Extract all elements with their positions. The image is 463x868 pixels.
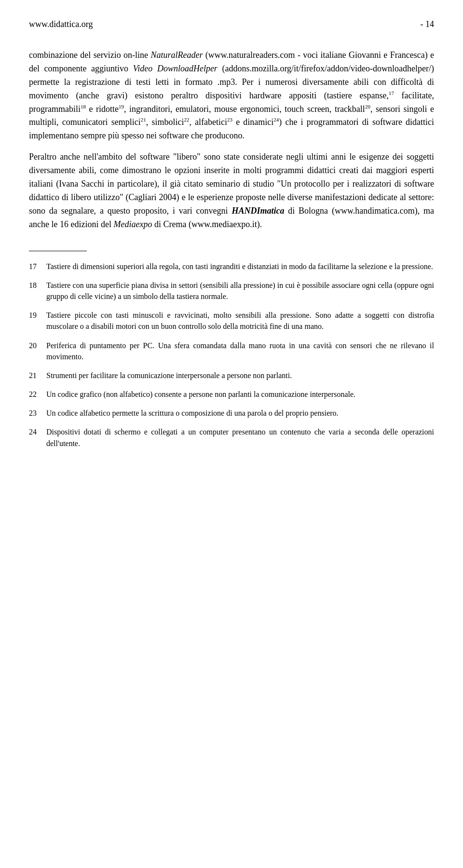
superscript-23: 23 (227, 117, 232, 122)
main-content: combinazione del servizio on-line Natura… (29, 49, 434, 231)
footnote-number-24: 24 (29, 426, 46, 437)
footnote-item-19: 19 Tastiere piccole con tasti minuscoli … (29, 310, 434, 332)
footnote-number-18: 18 (29, 280, 46, 291)
footnote-item-20: 20 Periferica di puntamento per PC. Una … (29, 340, 434, 362)
footnote-item-23: 23 Un codice alfabetico permette la scri… (29, 407, 434, 419)
footnote-text-23: Un codice alfabetico permette la scrittu… (46, 407, 434, 419)
footnotes-section: 17 Tastiere di dimensioni superiori alla… (29, 261, 434, 449)
paragraph-2: Peraltro anche nell'ambito del software … (29, 150, 434, 231)
superscript-21: 21 (141, 117, 146, 122)
footnote-text-19: Tastiere piccole con tasti minuscoli e r… (46, 310, 434, 332)
footnote-divider (29, 251, 87, 251)
footnote-text-20: Periferica di puntamento per PC. Una sfe… (46, 340, 434, 362)
footnote-item-22: 22 Un codice grafico (non alfabetico) co… (29, 389, 434, 400)
superscript-22: 22 (184, 117, 189, 122)
superscript-19: 19 (119, 104, 124, 109)
footnote-text-22: Un codice grafico (non alfabetico) conse… (46, 389, 434, 400)
footnote-item-21: 21 Strumenti per facilitare la comunicaz… (29, 370, 434, 381)
superscript-18: 18 (81, 104, 86, 109)
footnote-number-23: 23 (29, 407, 46, 419)
superscript-17: 17 (389, 90, 394, 96)
footnote-number-19: 19 (29, 310, 46, 321)
footnote-number-21: 21 (29, 370, 46, 381)
footnote-text-17: Tastiere di dimensioni superiori alla re… (46, 261, 434, 272)
footnote-text-21: Strumenti per facilitare la comunicazion… (46, 370, 434, 381)
page-header: www.didattica.org - 14 (29, 19, 434, 29)
superscript-20: 20 (365, 104, 370, 109)
footnote-number-22: 22 (29, 389, 46, 400)
footnote-text-18: Tastiere con una superficie piana divisa… (46, 280, 434, 302)
footnote-number-20: 20 (29, 340, 46, 351)
footnote-item-17: 17 Tastiere di dimensioni superiori alla… (29, 261, 434, 272)
header-url: www.didattica.org (29, 19, 93, 29)
footnote-item-24: 24 Dispositivi dotati di schermo e colle… (29, 426, 434, 448)
footnote-number-17: 17 (29, 261, 46, 272)
footnote-text-24: Dispositivi dotati di schermo e collegat… (46, 426, 434, 448)
header-page-number: - 14 (421, 19, 435, 29)
paragraph-1: combinazione del servizio on-line Natura… (29, 49, 434, 143)
footnote-item-18: 18 Tastiere con una superficie piana div… (29, 280, 434, 302)
page: www.didattica.org - 14 combinazione del … (0, 0, 463, 486)
superscript-24: 24 (273, 117, 279, 122)
